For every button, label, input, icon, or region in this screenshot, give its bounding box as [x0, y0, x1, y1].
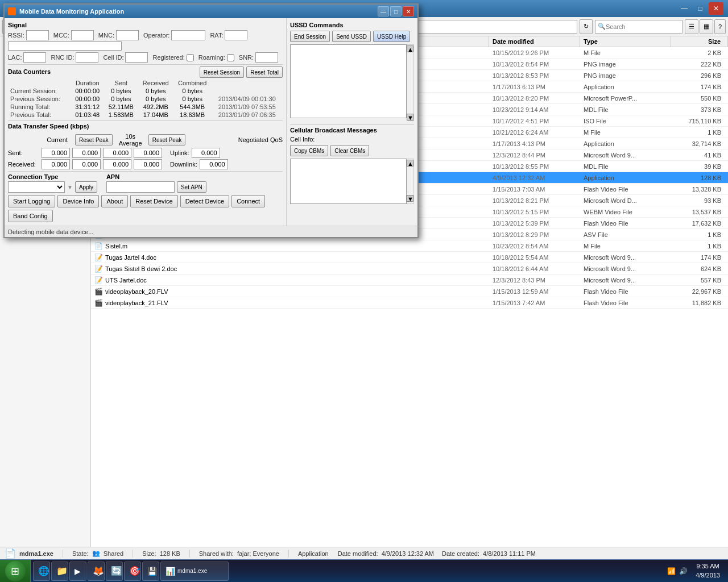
mdma-close-btn[interactable]: ✕ [403, 6, 414, 16]
col-header-size[interactable]: Size [671, 36, 728, 47]
mdma-maximize-btn[interactable]: □ [390, 6, 402, 16]
explorer-minimize-btn[interactable]: — [677, 2, 692, 15]
refresh-btn[interactable]: ↻ [580, 19, 593, 34]
file-row[interactable]: 📄 Sistel.m 10/23/2012 8:54 AM M File 1 K… [91, 240, 728, 252]
file-row[interactable]: 📝 Tugas Jartel 4.doc 10/18/2012 5:54 AM … [91, 252, 728, 263]
ussd-text-area-container: ▲ ▼ [290, 44, 414, 121]
taskbar-ie-btn[interactable]: 🌐 [33, 562, 50, 581]
start-logging-btn[interactable]: Start Logging [8, 195, 55, 207]
uplink-value[interactable] [192, 148, 220, 158]
status-modified-label: Date modified: [338, 550, 378, 557]
reset-session-btn[interactable]: Reset Session [200, 66, 244, 78]
ussd-textarea[interactable] [290, 44, 407, 118]
file-row[interactable]: 🎬 videoplayback_21.FLV 1/15/2013 7:42 AM… [91, 297, 728, 309]
taskbar-app1-btn[interactable]: 🔄 [106, 562, 123, 581]
rat-input[interactable] [225, 30, 247, 40]
clear-cbms-btn[interactable]: Clear CBMs [330, 145, 369, 156]
registered-checkbox[interactable] [187, 54, 194, 61]
negotiated-header: Negotiated QoS [188, 136, 283, 143]
status-divider-3 [189, 550, 190, 558]
copy-cbms-btn[interactable]: Copy CBMs [290, 145, 328, 156]
counter-timestamp: 2013/04/09 00:01:30 [212, 95, 283, 103]
reset-device-btn[interactable]: Reset Device [130, 195, 177, 207]
cbm-textarea[interactable] [290, 159, 407, 204]
mnc-input[interactable] [116, 30, 139, 40]
col-sent: Sent [104, 79, 138, 87]
send-ussd-btn[interactable]: Send USSD [332, 31, 371, 42]
start-button[interactable]: ⊞ [0, 560, 31, 583]
col-header-date[interactable]: Date modified [489, 36, 580, 47]
scrollbar-thumb-up[interactable]: ▲ [407, 45, 413, 52]
col-header-type[interactable]: Type [580, 36, 671, 47]
counter-row: Previous Total: 01:03:48 1.583MB 17.04MB… [8, 111, 283, 119]
set-apn-btn[interactable]: Set APN [177, 181, 206, 193]
lac-input[interactable] [23, 52, 46, 63]
taskbar-app3-btn[interactable]: 💾 [142, 562, 159, 581]
ie-icon: 🌐 [38, 566, 49, 576]
speed-recv-avg[interactable] [103, 159, 131, 169]
ussd-help-btn[interactable]: USSD Help [373, 31, 410, 42]
cbm-scrollbar[interactable]: ▲ ▼ [407, 159, 414, 204]
mdma-title-text: Mobile Data Monitoring Application [19, 8, 124, 15]
taskbar-media-btn[interactable]: ▶ [69, 562, 86, 581]
operator-input[interactable] [171, 30, 205, 40]
conn-type-select[interactable] [8, 181, 65, 193]
speed-sent-avg[interactable] [103, 148, 131, 158]
apn-input[interactable] [106, 181, 175, 193]
rnc-input[interactable] [76, 52, 98, 63]
speed-sent-peak[interactable] [72, 148, 101, 158]
taskbar-right: 📶 🔊 9:35 AM 4/9/2013 [660, 562, 728, 580]
speed-sent-avgpeak[interactable] [134, 148, 162, 158]
view-details-btn[interactable]: ☰ [685, 19, 698, 34]
mcc-input[interactable] [71, 30, 94, 40]
roaming-checkbox[interactable] [227, 54, 234, 61]
file-row[interactable]: 📝 UTS Jartel.doc 12/3/2012 8:43 PM Micro… [91, 275, 728, 286]
taskbar-mdma-btn[interactable]: 📊 mdma1.exe [160, 562, 229, 581]
cbm-scrollbar-down[interactable]: ▼ [407, 195, 413, 202]
file-row[interactable]: 🎬 videoplayback_20.FLV 1/15/2013 12:59 A… [91, 286, 728, 297]
band-config-btn[interactable]: Band Config [8, 210, 53, 222]
taskbar-app2-btn[interactable]: 🎯 [124, 562, 141, 581]
conn-apn-row: Connection Type ▼ Apply APN [8, 173, 283, 193]
about-btn[interactable]: About [101, 195, 128, 207]
file-date: 12/3/2012 8:43 PM [489, 276, 580, 285]
mdma-app-icon [8, 7, 16, 15]
file-size: 222 KB [671, 60, 728, 69]
device-info-btn[interactable]: Device Info [57, 195, 99, 207]
speed-recv-peak[interactable] [72, 159, 101, 169]
ussd-scrollbar[interactable]: ▲ ▼ [407, 44, 414, 121]
scrollbar-thumb-down[interactable]: ▼ [407, 114, 413, 120]
detect-device-btn[interactable]: Detect Device [180, 195, 229, 207]
view-icons-btn[interactable]: ▦ [700, 19, 713, 34]
mcc-field: MCC: [53, 30, 94, 40]
explorer-close-btn[interactable]: ✕ [709, 2, 723, 15]
cbm-scrollbar-up[interactable]: ▲ [407, 160, 413, 167]
cell-input[interactable] [125, 52, 148, 63]
apply-btn[interactable]: Apply [75, 181, 97, 193]
file-row[interactable]: 📝 Tugas Sistel B dewi 2.doc 10/18/2012 6… [91, 263, 728, 275]
speed-recv-current[interactable] [42, 159, 70, 169]
mdma-minimize-btn[interactable]: — [378, 6, 389, 16]
reset-peak-btn-2[interactable]: Reset Peak [148, 134, 186, 146]
ussd-section: USSD Commands End Session Send USSD USSD… [290, 22, 414, 121]
taskbar-firefox-btn[interactable]: 🦊 [88, 562, 105, 581]
lac-field: LAC: [8, 52, 46, 63]
explorer-maximize-btn[interactable]: □ [693, 2, 708, 15]
speed-sent-current[interactable] [42, 148, 70, 158]
snr-input[interactable] [255, 52, 278, 63]
reset-total-btn[interactable]: Reset Total [246, 66, 283, 78]
status-shared-label: Shared with: [199, 550, 234, 557]
connect-btn[interactable]: Connect [231, 195, 265, 207]
file-icon: 🎬 [94, 288, 103, 296]
taskbar-folder-btn[interactable]: 📁 [51, 562, 68, 581]
reset-peak-btn-1[interactable]: Reset Peak [75, 134, 113, 146]
speed-recv-avgpeak[interactable] [134, 159, 162, 169]
counter-combined: 544.3MB [173, 103, 212, 111]
search-input[interactable] [606, 23, 680, 30]
end-session-btn[interactable]: End Session [290, 31, 330, 42]
help-btn[interactable]: ? [714, 19, 726, 34]
apn-controls: Set APN [106, 181, 206, 193]
mdma-titlebar: Mobile Data Monitoring Application — □ ✕ [5, 5, 417, 18]
downlink-value[interactable] [200, 159, 228, 169]
rssi-input[interactable] [26, 30, 49, 40]
